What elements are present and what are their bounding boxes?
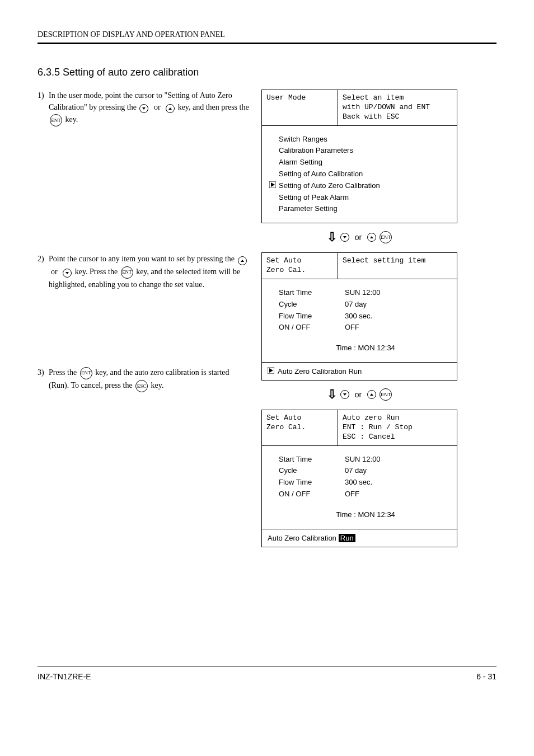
- param-value: 300 sec.: [345, 311, 452, 322]
- instruction-1: 1) In the user mode, point the cursor to…: [38, 90, 250, 126]
- footer-action: Auto Zero Calibration Run: [278, 367, 362, 375]
- ent-button-icon: ENT: [80, 367, 92, 379]
- screen-hint: Select an item: [343, 93, 452, 103]
- instruction-text: key.: [65, 115, 78, 124]
- screen-hint: ENT : Run / Stop: [343, 423, 452, 433]
- instruction-number: 2): [38, 253, 49, 290]
- screen-hint: Auto zero Run: [343, 414, 452, 423]
- param-value: SUN 12:00: [345, 454, 452, 466]
- param-value: 07 day: [345, 465, 452, 477]
- section-title: 6.3.5 Setting of auto zero calibration: [38, 67, 496, 78]
- instruction-number: 1): [38, 90, 49, 126]
- param-label: Start Time: [279, 287, 345, 299]
- footer-action: Auto Zero Calibration: [268, 534, 336, 542]
- param-label: Flow Time: [279, 477, 345, 489]
- param-value: 07 day: [345, 299, 452, 311]
- footer-left: INZ-TN1ZRE-E: [38, 672, 91, 681]
- menu-item: Setting of Auto Calibration: [279, 168, 363, 180]
- screen-hint: with UP/DOWN and ENT: [343, 103, 452, 112]
- up-arrow-icon: [166, 104, 175, 113]
- screen-title: Set Auto: [266, 256, 333, 266]
- screen-hint: Select setting item: [343, 256, 452, 266]
- down-arrow-outline-icon: ⇩: [327, 230, 337, 245]
- instruction-number: 3): [38, 367, 49, 392]
- instruction-text: key, and then press the: [178, 103, 249, 111]
- menu-item: Calibration Parameters: [279, 145, 353, 157]
- svg-marker-3: [269, 368, 273, 373]
- menu-item: Parameter Setting: [279, 203, 338, 215]
- ent-button-icon: ENT: [121, 266, 133, 279]
- ent-button-icon: ENT: [380, 388, 392, 401]
- screen-hint: ESC : Cancel: [343, 433, 452, 442]
- param-value: 300 sec.: [345, 477, 452, 489]
- menu-item-selected: Setting of Auto Zero Calibration: [279, 180, 380, 192]
- screen-title: Zero Cal.: [266, 266, 333, 275]
- time-display: Time : MON 12:34: [279, 509, 452, 521]
- cursor-icon: [269, 180, 276, 192]
- param-label: Flow Time: [279, 311, 345, 322]
- or-text: or: [154, 103, 161, 111]
- param-label: Cycle: [279, 465, 345, 477]
- instruction-2: 2) Point the cursor to any item you want…: [38, 253, 250, 290]
- param-label: ON / OFF: [279, 322, 345, 334]
- instruction-text: key. Press the: [75, 267, 118, 276]
- param-label: Start Time: [279, 454, 345, 466]
- ent-button-icon: ENT: [380, 231, 392, 243]
- transition-indicator: ⇩ or ENT: [261, 387, 457, 402]
- param-label: ON / OFF: [279, 489, 345, 500]
- ent-button-icon: ENT: [50, 114, 62, 126]
- screen-set-auto-zero-cal: Set Auto Zero Cal. Select setting item S…: [261, 252, 457, 381]
- svg-marker-1: [271, 182, 275, 187]
- or-text: or: [51, 267, 58, 276]
- menu-item: Setting of Peak Alarm: [279, 192, 349, 204]
- header-rule-thick: [38, 43, 496, 44]
- cursor-icon: [268, 367, 274, 375]
- instruction-text: key.: [151, 381, 164, 389]
- up-arrow-icon: [367, 390, 376, 399]
- down-arrow-icon: [340, 233, 349, 242]
- or-text: or: [355, 233, 362, 242]
- or-text: or: [355, 390, 362, 399]
- instruction-text: Press the: [49, 368, 77, 377]
- transition-indicator: ⇩ or ENT: [261, 230, 457, 245]
- param-label: Cycle: [279, 299, 345, 311]
- screen-title: User Mode: [262, 90, 338, 125]
- screen-title: Set Auto: [266, 414, 333, 423]
- screen-user-mode: User Mode Select an item with UP/DOWN an…: [261, 90, 457, 223]
- up-arrow-icon: [238, 256, 247, 265]
- footer-highlight: Run: [339, 534, 355, 542]
- param-value: OFF: [345, 322, 452, 334]
- param-value: OFF: [345, 489, 452, 500]
- screen-auto-zero-run: Set Auto Zero Cal. Auto zero Run ENT : R…: [261, 410, 457, 547]
- page-header-text: DESCRIPTION OF DISPLAY AND OPERATION PAN…: [38, 28, 496, 41]
- time-display: Time : MON 12:34: [279, 342, 452, 354]
- down-arrow-icon: [139, 104, 148, 113]
- footer-right: 6 - 31: [476, 672, 496, 681]
- down-arrow-icon: [63, 269, 72, 278]
- up-arrow-icon: [367, 233, 376, 242]
- menu-item: Alarm Setting: [279, 157, 322, 168]
- menu-item: Switch Ranges: [279, 134, 327, 145]
- instruction-text: Point the cursor to any item you want to…: [49, 255, 235, 263]
- instruction-3: 3) Press the ENT key, and the auto zero …: [38, 367, 250, 392]
- esc-button-icon: ESC: [135, 380, 148, 392]
- param-value: SUN 12:00: [345, 287, 452, 299]
- down-arrow-icon: [340, 390, 349, 399]
- screen-hint: Back with ESC: [343, 112, 452, 122]
- down-arrow-outline-icon: ⇩: [327, 387, 337, 402]
- screen-title: Zero Cal.: [266, 423, 333, 433]
